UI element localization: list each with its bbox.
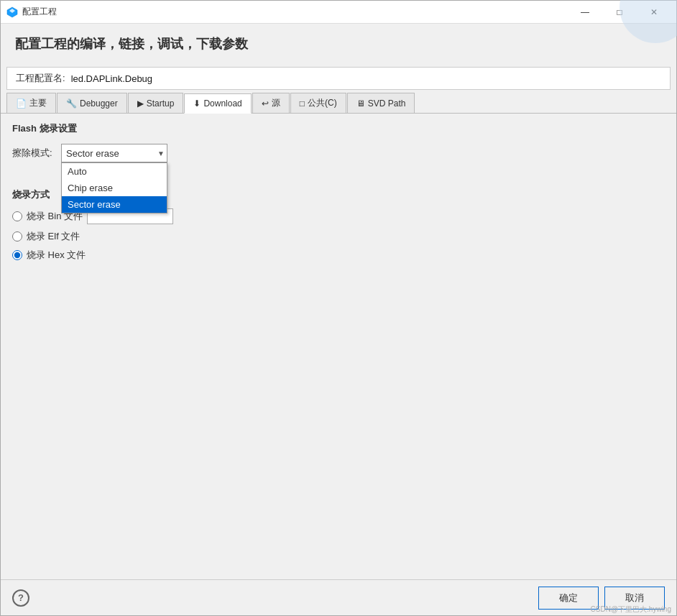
watermark: CSDN@下里巴大.hywing	[591, 604, 671, 615]
tab-public[interactable]: □ 公共(C)	[290, 93, 346, 113]
erase-mode-row: 擦除模式: Sector erase ▼ Auto Chip erase Sec…	[12, 144, 665, 162]
flash-section-title: Flash 烧录设置	[12, 122, 665, 135]
radio-hex[interactable]	[12, 250, 22, 260]
radio-elf[interactable]	[12, 231, 22, 242]
bottom-bar: ? 确定 取消	[1, 579, 676, 615]
tab-startup[interactable]: ▶ Startup	[128, 93, 184, 113]
project-name-row: 工程配置名: led.DAPLink.Debug	[6, 67, 671, 90]
close-button[interactable]: ✕	[637, 1, 671, 24]
app-icon	[6, 6, 18, 18]
dropdown-option-auto[interactable]: Auto	[62, 163, 167, 180]
title-bar-text: 配置工程	[22, 6, 568, 18]
erase-mode-label: 擦除模式:	[12, 147, 55, 160]
tab-download-label: Download	[203, 98, 241, 109]
tab-public-label: 公共(C)	[308, 97, 337, 109]
erase-mode-select[interactable]: Sector erase	[61, 144, 167, 162]
tab-public-icon: □	[300, 98, 305, 109]
tab-main-icon: 📄	[16, 98, 27, 109]
title-bar: 配置工程 — □ ✕	[1, 1, 676, 24]
radio-hex-label: 烧录 Hex 文件	[27, 249, 86, 262]
tab-svdpath-label: SVD Path	[368, 98, 406, 109]
confirm-button[interactable]: 确定	[538, 587, 599, 610]
title-bar-controls: — □ ✕	[568, 1, 671, 24]
window-header: 配置工程的编译，链接，调试，下载参数	[1, 24, 676, 67]
dropdown-option-chip-erase[interactable]: Chip erase	[62, 180, 167, 196]
tab-main[interactable]: 📄 主要	[6, 93, 56, 113]
content-area: Flash 烧录设置 擦除模式: Sector erase ▼ Auto Chi…	[1, 114, 676, 579]
main-window: 配置工程 — □ ✕ 配置工程的编译，链接，调试，下载参数 工程配置名: led…	[0, 0, 677, 616]
tab-source-icon: ↩	[262, 98, 269, 109]
radio-row-elf: 烧录 Elf 文件	[12, 230, 665, 243]
tab-startup-icon: ▶	[137, 98, 144, 109]
tabs-row: 📄 主要 🔧 Debugger ▶ Startup ⬇ Download ↩ 源…	[1, 93, 676, 114]
tab-debugger-icon: 🔧	[66, 98, 77, 109]
window-body: 配置工程的编译，链接，调试，下载参数 工程配置名: led.DAPLink.De…	[1, 24, 676, 615]
dropdown-option-sector-erase[interactable]: Sector erase	[62, 196, 167, 213]
tab-main-label: 主要	[29, 97, 47, 109]
tab-svdpath-icon: 🖥	[356, 98, 365, 109]
radio-row-hex: 烧录 Hex 文件	[12, 249, 665, 262]
page-title: 配置工程的编译，链接，调试，下载参数	[15, 35, 662, 52]
minimize-button[interactable]: —	[568, 1, 602, 24]
erase-mode-popup: Auto Chip erase Sector erase	[61, 162, 167, 213]
tab-download-icon: ⬇	[193, 98, 201, 109]
tab-debugger-label: Debugger	[80, 98, 118, 109]
tab-svdpath[interactable]: 🖥 SVD Path	[347, 93, 415, 113]
radio-elf-label: 烧录 Elf 文件	[27, 230, 80, 243]
tab-source[interactable]: ↩ 源	[252, 93, 290, 113]
tab-download[interactable]: ⬇ Download	[184, 93, 251, 114]
radio-bin[interactable]	[12, 211, 22, 221]
erase-mode-dropdown[interactable]: Sector erase ▼ Auto Chip erase Sector er…	[61, 144, 167, 162]
maximize-button[interactable]: □	[603, 1, 636, 24]
project-name-label: 工程配置名:	[16, 72, 65, 85]
tab-source-label: 源	[272, 97, 280, 109]
help-button[interactable]: ?	[12, 589, 29, 607]
project-name-value: led.DAPLink.Debug	[71, 73, 152, 84]
tab-debugger[interactable]: 🔧 Debugger	[57, 93, 127, 113]
erase-mode-selected: Sector erase	[66, 148, 119, 159]
tab-startup-label: Startup	[147, 98, 175, 109]
